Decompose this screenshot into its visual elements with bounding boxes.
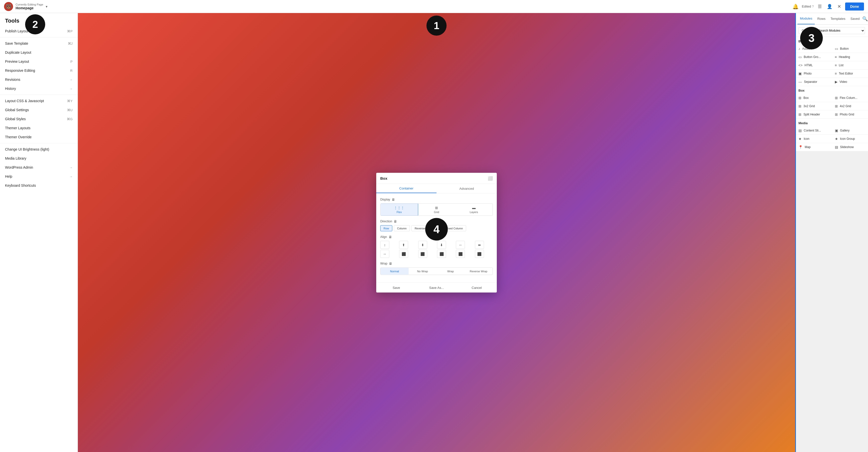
keyboard-label: Keyboard Shortcuts — [5, 184, 36, 188]
sidebar-item-wp-admin[interactable]: WordPress Admin → — [0, 163, 78, 172]
chevron-down-icon[interactable]: ▾ — [46, 4, 48, 8]
search-button[interactable]: 🔍 — [862, 16, 868, 22]
tab-templates[interactable]: Templates — [828, 13, 848, 24]
media-modules-grid: ▤ Content Sli... ▣ Gallery ★ Icon ★ Icon… — [796, 127, 868, 151]
audio-icon: ♪ — [799, 47, 800, 51]
wp-admin-label: WordPress Admin — [5, 165, 33, 169]
sidebar-item-preview[interactable]: Preview Layout P — [0, 57, 78, 66]
direction-row[interactable]: Row — [380, 225, 392, 231]
save-button[interactable]: Save — [376, 283, 416, 292]
box-modal: Box ⬜ Container Advanced Display 🖥 ⋮⋮⋮ F… — [376, 173, 497, 292]
modules-dropdown[interactable]: Search Modules All Modules — [815, 27, 865, 34]
module-box[interactable]: ⊞ Box — [796, 94, 832, 102]
cancel-button[interactable]: Cancel — [457, 283, 497, 292]
module-button-group[interactable]: ▭ Button Gro... — [796, 53, 832, 61]
align-btn-2[interactable]: ⬆ — [399, 241, 408, 249]
flex-column-icon: ⊞ — [835, 96, 838, 100]
tab-rows[interactable]: Rows — [815, 13, 828, 24]
align-btn-12[interactable]: ⬛ — [475, 250, 484, 258]
wrap-wrap[interactable]: Wrap — [436, 267, 465, 275]
module-map[interactable]: 📍 Map — [796, 143, 832, 151]
module-3x2-grid[interactable]: ⊞ 3x2 Grid — [796, 102, 832, 110]
wrap-no-wrap[interactable]: No Wrap — [409, 267, 437, 275]
direction-column[interactable]: Column — [394, 225, 410, 231]
sidebar-item-help[interactable]: Help → — [0, 172, 78, 181]
wp-admin-shortcut: → — [69, 166, 72, 169]
module-photo-label: Photo — [804, 72, 811, 75]
module-video[interactable]: ▶ Video — [832, 78, 868, 86]
align-btn-1[interactable]: ↕ — [380, 241, 389, 249]
module-slideshow[interactable]: ▤ Slideshow — [832, 143, 868, 151]
align-btn-6[interactable]: ⬌ — [475, 241, 484, 249]
align-btn-7[interactable]: ↔ — [380, 250, 389, 258]
direction-monitor-icon: 🖥 — [394, 219, 397, 223]
sidebar-item-responsive[interactable]: Responsive Editing R — [0, 66, 78, 75]
module-gallery[interactable]: ▣ Gallery — [832, 127, 868, 135]
close-icon[interactable]: ✕ — [836, 3, 842, 10]
user-icon[interactable]: 👤 — [826, 3, 833, 10]
module-button[interactable]: ▭ Button — [832, 45, 868, 53]
module-4x2-grid[interactable]: ⊞ 4x2 Grid — [832, 102, 868, 110]
tab-container[interactable]: Container — [376, 184, 436, 193]
align-btn-10[interactable]: ⬛ — [437, 250, 446, 258]
sidebar-item-global-styles[interactable]: Global Styles ⌘G — [0, 115, 78, 124]
responsive-shortcut: R — [70, 69, 72, 72]
module-content-slider[interactable]: ▤ Content Sli... — [796, 127, 832, 135]
sidebar-item-media-library[interactable]: Media Library — [0, 154, 78, 163]
module-photo[interactable]: ▣ Photo — [796, 69, 832, 78]
align-btn-4[interactable]: ⬇ — [437, 241, 446, 249]
align-monitor-icon: 🖥 — [389, 235, 392, 239]
sidebar-item-revisions[interactable]: Revisions → — [0, 75, 78, 84]
tab-advanced[interactable]: Advanced — [436, 184, 497, 193]
sidebar-item-keyboard[interactable]: Keyboard Shortcuts — [0, 181, 78, 190]
module-photo-grid[interactable]: ⊞ Photo Grid — [832, 110, 868, 119]
module-flex-column[interactable]: ⊞ Flex Colum... — [832, 94, 868, 102]
direction-reversed-row[interactable]: Reversed Row — [411, 225, 436, 231]
tab-modules[interactable]: Modules — [798, 13, 815, 24]
module-icon[interactable]: ★ Icon — [796, 135, 832, 143]
direction-reversed-column[interactable]: Reversed Column — [437, 225, 466, 231]
align-btn-11[interactable]: ⬛ — [456, 250, 465, 258]
sidebar-item-history[interactable]: History → — [0, 84, 78, 93]
module-html[interactable]: <> HTML — [796, 61, 832, 69]
align-btn-3[interactable]: ⬍ — [418, 241, 427, 249]
align-btn-5[interactable]: ↔ — [456, 241, 465, 249]
video-icon: ▶ — [835, 80, 838, 84]
topbar-left: 🐻 Currently Editing Page Homepage ▾ — [4, 2, 48, 11]
expand-button[interactable]: ⬜ — [488, 176, 493, 181]
tab-saved[interactable]: Saved — [848, 13, 862, 24]
topbar: 🐻 Currently Editing Page Homepage ▾ 🔔 Ed… — [0, 0, 868, 13]
notification-icon[interactable]: 🔔 — [793, 3, 799, 9]
list-icon: ≡ — [835, 63, 837, 67]
sidebar-item-themer-layouts[interactable]: Themer Layouts — [0, 124, 78, 132]
sidebar-item-css[interactable]: Layout CSS & Javascript ⌘Y — [0, 96, 78, 105]
sidebar-item-duplicate[interactable]: Duplicate Layout — [0, 48, 78, 57]
display-layers[interactable]: ▬ Layers — [455, 203, 493, 215]
publish-shortcut: ⌘P — [67, 29, 72, 33]
module-split-header[interactable]: ⊞ Split Header — [796, 110, 832, 119]
publish-label: Publish Layout — [5, 29, 28, 33]
save-as-button[interactable]: Save As... — [416, 283, 457, 292]
sidebar-item-save-template[interactable]: Save Template ⌘J — [0, 39, 78, 48]
global-settings-label: Global Settings — [5, 108, 29, 112]
basic-modules-grid: ♪ Audio ▭ Button ▭ Button Gro... ≡ Headi… — [796, 45, 868, 86]
module-heading[interactable]: ≡ Heading — [832, 53, 868, 61]
module-icon-group[interactable]: ★ Icon Group — [832, 135, 868, 143]
sidebar-item-global-settings[interactable]: Global Settings ⌘U — [0, 105, 78, 115]
align-btn-8[interactable]: ⬛ — [399, 250, 408, 258]
sidebar-item-themer-override[interactable]: Themer Override — [0, 132, 78, 141]
list-icon[interactable]: ☰ — [817, 3, 823, 10]
css-label: Layout CSS & Javascript — [5, 99, 44, 103]
sidebar-item-brightness[interactable]: Change UI Brightness (light) — [0, 145, 78, 154]
wrap-normal[interactable]: Normal — [380, 267, 409, 275]
align-btn-9[interactable]: ⬛ — [418, 250, 427, 258]
wrap-reverse[interactable]: Reverse Wrap — [465, 267, 493, 275]
module-split-header-label: Split Header — [803, 113, 820, 116]
done-button[interactable]: Done — [845, 2, 864, 10]
display-flex[interactable]: ⋮⋮⋮ Flex — [380, 203, 418, 216]
display-grid[interactable]: ⊞ Grid — [418, 203, 455, 215]
module-list[interactable]: ≡ List — [832, 61, 868, 69]
module-separator[interactable]: — Separator — [796, 78, 832, 86]
module-text-editor[interactable]: ≡ Text Editor — [832, 69, 868, 78]
box-modal-title: Box — [380, 176, 387, 180]
